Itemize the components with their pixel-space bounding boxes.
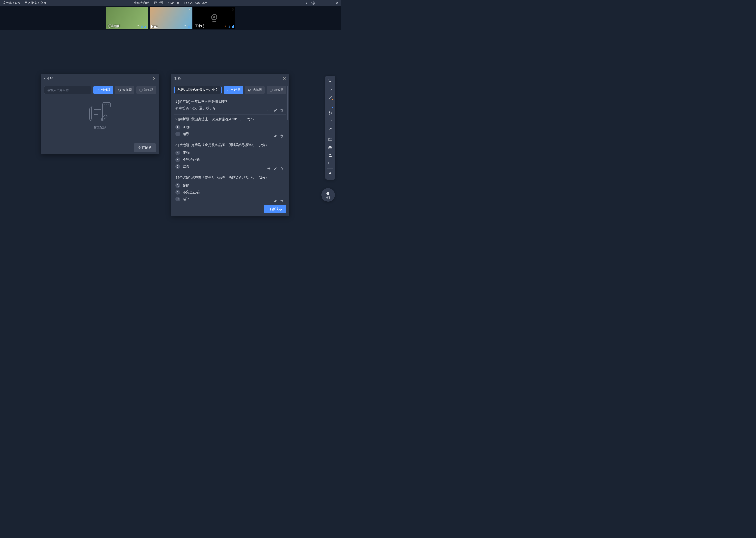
question-title: 4 [多选题] 施华洛世奇是反华品牌，所以梁鼎琪反华。 （2分） [175, 176, 281, 180]
cursor-tool[interactable] [327, 78, 334, 85]
option-text: 错误 [183, 132, 190, 136]
empty-state: 暂无试题 [44, 94, 156, 138]
edit-icon[interactable] [273, 134, 277, 138]
option-text: 正确 [183, 125, 190, 130]
course-title: 神秘大自然 [134, 1, 149, 5]
option-badge: C [175, 197, 180, 201]
move-icon[interactable] [267, 199, 271, 202]
video-close-icon[interactable]: ✕ [188, 8, 191, 11]
edit-icon[interactable] [273, 199, 277, 202]
short-answer-type-button[interactable]: T 简答题 [136, 86, 156, 94]
session-id: ID：2020070324 [184, 1, 208, 5]
video-tile-student[interactable]: ✕ 王小明 [193, 7, 235, 29]
quiz-name-input[interactable] [174, 86, 221, 94]
move-icon[interactable] [267, 134, 271, 138]
pen-tool[interactable] [327, 93, 334, 101]
svg-point-3 [138, 27, 139, 27]
tool-rail: T [325, 76, 335, 180]
mic-muted-icon[interactable] [224, 25, 227, 28]
text-tool[interactable]: T [327, 101, 334, 109]
svg-rect-12 [92, 106, 103, 120]
save-quiz-button[interactable]: 保存试卷 [264, 205, 286, 213]
option-row[interactable]: B不完全正确 [175, 156, 281, 163]
svg-point-17 [105, 105, 105, 105]
delete-icon[interactable] [280, 167, 283, 171]
video-name-label: 王小明 [195, 24, 204, 28]
move-tool[interactable] [327, 86, 334, 93]
judge-type-button[interactable]: 判断题 [224, 86, 243, 94]
svg-point-24 [329, 113, 330, 114]
option-text: 是的 [183, 183, 190, 188]
option-badge: A [175, 183, 180, 188]
mic-icon[interactable] [228, 25, 231, 28]
svg-rect-0 [304, 2, 306, 4]
choice-type-button[interactable]: 选择题 [115, 86, 134, 94]
signal-bars-icon [231, 26, 234, 28]
elapsed-time: 已上课：02:34:09 [154, 1, 179, 5]
question-item: 4 [多选题] 施华洛世奇是反华品牌，所以梁鼎琪反华。 （2分）A是的B不完全正… [174, 173, 286, 202]
video-name-label: Nina [151, 25, 158, 28]
mic-icon[interactable] [140, 25, 144, 28]
judge-type-button[interactable]: 判断题 [93, 86, 113, 94]
answer-reference: 参考答案：春、夏、秋、冬 [175, 106, 281, 111]
eraser-tool[interactable] [327, 117, 334, 125]
edit-icon[interactable] [273, 108, 277, 112]
svg-point-28 [329, 154, 331, 155]
panel-title: 测验 [47, 76, 54, 81]
record-icon[interactable] [304, 1, 307, 5]
delete-icon[interactable] [280, 134, 283, 138]
scrollbar[interactable] [287, 86, 288, 204]
video-tile-teacher[interactable]: 叮当老师 [106, 7, 148, 29]
option-row[interactable]: B不完全正确 [175, 189, 281, 196]
svg-rect-27 [329, 146, 332, 149]
folder-tool[interactable] [327, 136, 334, 143]
toolbox-tool[interactable] [327, 144, 334, 151]
option-row[interactable]: C错误 [175, 163, 281, 170]
chat-tool[interactable] [327, 159, 334, 167]
option-row[interactable]: A正确 [175, 149, 281, 156]
svg-rect-8 [213, 21, 216, 22]
close-icon[interactable]: ✕ [283, 77, 286, 81]
question-actions [267, 134, 283, 138]
move-icon[interactable] [267, 108, 271, 112]
panel-header: 测验 ✕ [171, 74, 289, 83]
laser-tool[interactable] [327, 125, 334, 133]
option-row[interactable]: A是的 [175, 182, 281, 189]
save-quiz-button[interactable]: 保存试卷 [134, 143, 156, 152]
svg-point-5 [185, 27, 186, 27]
choice-type-button[interactable]: 选择题 [245, 86, 264, 94]
option-row[interactable]: C错译 [175, 196, 281, 202]
svg-rect-1 [320, 3, 322, 3]
minimize-icon[interactable] [319, 1, 323, 5]
delete-icon[interactable] [280, 199, 283, 202]
option-badge: C [175, 164, 180, 169]
short-answer-type-button[interactable]: T 简答题 [267, 86, 286, 94]
question-list: 1 [简答题] 一年四季分别是哪四季?参考答案：春、夏、秋、冬 2 [判断题] … [174, 97, 289, 202]
close-icon[interactable] [335, 1, 339, 5]
option-badge: B [175, 132, 180, 136]
bell-tool[interactable] [327, 170, 334, 178]
question-actions [267, 199, 283, 202]
move-icon[interactable] [267, 167, 271, 171]
option-badge: A [175, 150, 180, 155]
quiz-name-input[interactable] [44, 86, 91, 94]
option-text: 不完全正确 [183, 158, 200, 162]
video-tile-student[interactable]: ✕ Nina [150, 7, 192, 29]
close-icon[interactable]: ✕ [153, 77, 156, 81]
edit-icon[interactable] [273, 167, 277, 171]
svg-point-19 [108, 105, 109, 105]
quiz-panel-empty: ‹ 测验 ✕ 判断题 选择题 T 简答题 [41, 74, 159, 154]
fullscreen-icon[interactable] [327, 1, 331, 5]
svg-point-25 [329, 112, 330, 113]
question-item: 3 [单选题] 施华洛世奇是反华品牌，所以梁鼎琪反华。 （2分）A正确B不完全正… [174, 140, 286, 173]
option-row[interactable]: A正确 [175, 124, 281, 131]
mic-icon[interactable] [187, 25, 191, 28]
option-row[interactable]: B错误 [175, 131, 281, 137]
hand-raise-button[interactable]: 0/2 [321, 188, 335, 202]
user-tool[interactable] [327, 152, 334, 159]
scissors-tool[interactable] [327, 109, 334, 117]
back-icon[interactable]: ‹ [44, 77, 45, 81]
video-close-icon[interactable]: ✕ [232, 8, 234, 11]
settings-icon[interactable] [311, 1, 315, 5]
delete-icon[interactable] [280, 108, 283, 112]
